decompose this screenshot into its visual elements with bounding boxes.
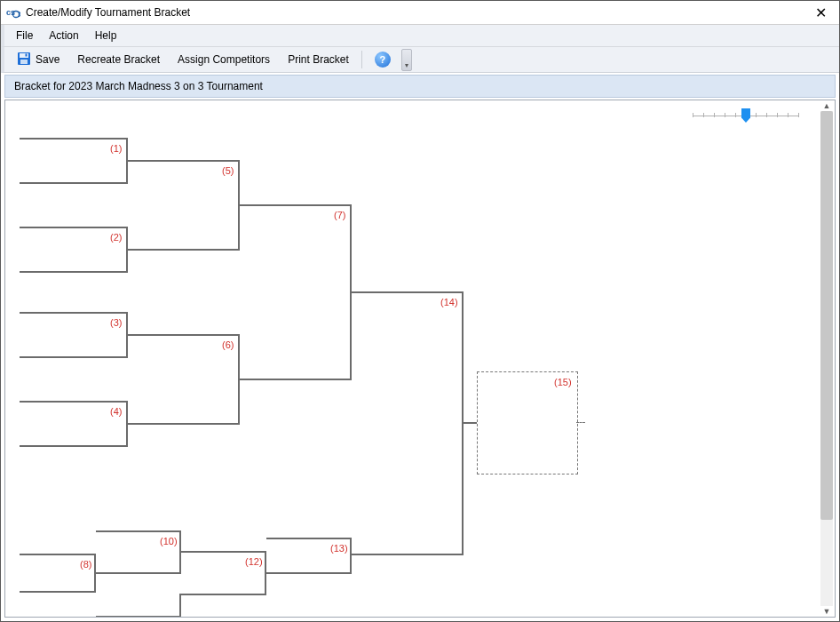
window-title: Create/Modify Tournament Bracket	[26, 6, 808, 19]
menu-file[interactable]: File	[8, 28, 41, 44]
match-label-2: (2)	[110, 232, 122, 243]
match-label-5: (5)	[222, 165, 234, 176]
print-bracket-button[interactable]: Print Bracket	[279, 51, 358, 68]
bracket-line	[352, 291, 464, 293]
bracket-line	[240, 379, 352, 380]
vertical-scrollbar[interactable]: ▲ ▼	[820, 111, 833, 606]
bracket-line-dashed	[576, 422, 585, 423]
bracket-line	[128, 249, 240, 251]
save-icon	[17, 52, 31, 68]
close-button[interactable]: ✕	[808, 4, 834, 21]
svg-rect-5	[26, 53, 28, 56]
svg-rect-4	[20, 60, 28, 64]
bracket-line	[266, 538, 352, 539]
print-bracket-label: Print Bracket	[288, 53, 349, 66]
bracket-line	[96, 530, 181, 532]
match-label-1: (1)	[110, 143, 122, 154]
toolbar: Save Recreate Bracket Assign Competitors…	[1, 47, 839, 73]
menu-help[interactable]: Help	[87, 28, 125, 44]
app-icon: cs	[6, 5, 20, 20]
bracket-line	[128, 423, 240, 425]
bracket-line	[20, 271, 128, 273]
assign-competitors-button[interactable]: Assign Competitors	[169, 51, 279, 68]
bracket-line	[181, 594, 266, 595]
title-bar: cs Create/Modify Tournament Bracket ✕	[1, 1, 839, 25]
menu-action[interactable]: Action	[41, 28, 86, 44]
bracket-line	[181, 551, 266, 553]
match-label-15: (15)	[554, 377, 572, 387]
match-label-6: (6)	[222, 339, 234, 350]
bracket-viewport: ▲ ▼ (1) (2) (3) (4)	[4, 100, 836, 618]
help-icon: ?	[375, 52, 391, 68]
recreate-bracket-label: Recreate Bracket	[77, 53, 160, 66]
save-label: Save	[36, 53, 59, 66]
app-window: cs Create/Modify Tournament Bracket ✕ Fi…	[0, 0, 840, 622]
scroll-up-arrow[interactable]: ▲	[820, 100, 833, 111]
match-label-3: (3)	[110, 317, 122, 328]
bracket-line	[20, 401, 128, 403]
match-label-13: (13)	[330, 543, 348, 554]
bracket-line	[20, 554, 96, 555]
help-button[interactable]: ?	[366, 49, 400, 70]
bracket-line	[20, 227, 128, 228]
scroll-down-arrow[interactable]: ▼	[820, 606, 833, 617]
bracket-line	[20, 356, 128, 358]
bracket-line	[464, 422, 477, 424]
bracket-line	[128, 160, 240, 162]
bracket-line	[96, 616, 181, 617]
bracket-line	[128, 334, 240, 336]
match-label-7: (7)	[334, 210, 345, 220]
bracket-line	[266, 572, 352, 574]
menu-bar: File Action Help	[1, 25, 839, 47]
bracket-line	[20, 138, 128, 140]
bracket-line	[352, 554, 464, 555]
toolbar-overflow[interactable]: ▾	[401, 49, 412, 71]
bracket-line	[179, 594, 181, 617]
bracket-line	[20, 182, 128, 184]
bracket-title: Bracket for 2023 March Madness 3 on 3 To…	[14, 80, 263, 92]
bracket-canvas[interactable]: (1) (2) (3) (4) (5) (6)	[5, 100, 817, 617]
bracket-line	[20, 445, 128, 447]
toolbar-separator	[361, 51, 362, 68]
bracket-line	[240, 204, 352, 206]
bracket-title-bar: Bracket for 2023 March Madness 3 on 3 To…	[4, 75, 836, 98]
match-label-10: (10)	[160, 536, 178, 546]
bracket-line	[20, 312, 128, 314]
save-button[interactable]: Save	[8, 49, 68, 71]
bracket-line	[96, 572, 181, 574]
scroll-thumb[interactable]	[820, 111, 833, 520]
match-label-4: (4)	[110, 406, 122, 417]
match-label-12: (12)	[245, 556, 263, 567]
match-label-8: (8)	[80, 559, 91, 570]
match-label-14: (14)	[440, 297, 458, 307]
assign-competitors-label: Assign Competitors	[178, 53, 270, 66]
bracket-line	[20, 591, 96, 593]
recreate-bracket-button[interactable]: Recreate Bracket	[68, 51, 169, 68]
bracket-line	[350, 538, 352, 574]
